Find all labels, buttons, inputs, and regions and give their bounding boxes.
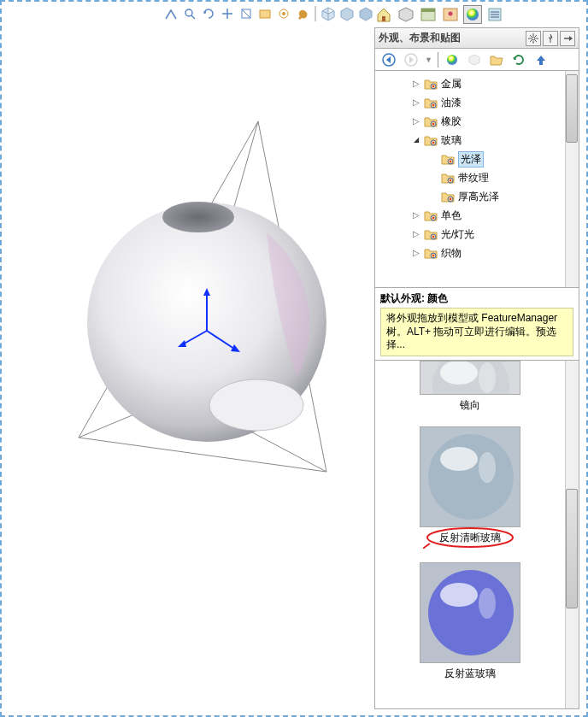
tree-item-7[interactable]: ▷单色 (377, 206, 577, 225)
tree-item-label: 织物 (441, 246, 462, 261)
tree-item-label: 单色 (441, 209, 462, 223)
svg-rect-10 (421, 9, 435, 12)
svg-point-72 (427, 528, 513, 547)
expander-icon[interactable]: ▷ (411, 117, 420, 126)
appearance-sphere-icon[interactable] (444, 51, 461, 68)
tree-item-2[interactable]: ▷橡胶 (377, 112, 577, 131)
svg-rect-5 (260, 10, 270, 18)
svg-line-33 (535, 40, 537, 42)
svg-rect-8 (382, 16, 385, 21)
pan-icon[interactable] (219, 5, 236, 22)
folder-icon (441, 191, 455, 203)
panel-tab-row (374, 5, 504, 24)
swatch-2[interactable]: 反射蓝玻璃 (420, 562, 520, 681)
scene-cube-icon[interactable] (466, 51, 483, 68)
expander-icon[interactable]: ▷ (411, 249, 420, 258)
status-bar: 默认外观: 颜色 将外观拖放到模型或 FeatureManager 树。ALT+… (375, 288, 579, 361)
zoom-area-icon[interactable] (181, 5, 198, 22)
svg-point-59 (432, 217, 434, 219)
home-icon[interactable] (374, 5, 393, 24)
back-button[interactable] (380, 51, 397, 68)
person-tab-icon[interactable] (441, 5, 460, 24)
swatch-preview (420, 426, 520, 527)
tree-item-1[interactable]: ▷油漆 (377, 93, 577, 112)
tree-item-label: 玻璃 (441, 133, 462, 148)
svg-point-19 (162, 202, 234, 232)
tree-item-8[interactable]: ▷光/灯光 (377, 225, 577, 244)
svg-point-12 (449, 12, 453, 16)
svg-point-53 (450, 161, 451, 162)
panel-header: 外观、布景和贴图 (375, 28, 579, 49)
display-style-icon[interactable] (256, 5, 273, 22)
tree-item-9[interactable]: ▷织物 (377, 244, 577, 262)
box1-icon[interactable] (320, 5, 337, 22)
tree-item-3[interactable]: ◢玻璃 (377, 131, 577, 150)
tree-scrollbar[interactable] (565, 71, 579, 287)
toolbar-separator (315, 6, 316, 21)
appearance-tree[interactable]: ▷金属▷油漆▷橡胶◢玻璃光泽带纹理厚高光泽▷单色▷光/灯光▷织物 (375, 71, 579, 288)
gallery-scroll-thumb[interactable] (566, 489, 578, 608)
3d-viewport[interactable] (10, 27, 369, 702)
folder-open-icon[interactable] (488, 51, 505, 68)
expander-icon[interactable]: ◢ (411, 136, 420, 145)
svg-point-69 (428, 434, 514, 520)
svg-point-67 (479, 362, 496, 393)
panel1-icon[interactable] (419, 5, 438, 24)
hide-show-icon[interactable] (275, 5, 292, 22)
svg-point-47 (432, 104, 434, 106)
folder-icon (424, 209, 438, 221)
tree-item-5[interactable]: 带纹理 (377, 168, 577, 187)
swatch-1[interactable]: 反射清晰玻璃 (420, 426, 520, 549)
folder-icon (441, 153, 455, 165)
tree-item-6[interactable]: 厚高光泽 (377, 187, 577, 206)
svg-point-7 (282, 12, 285, 15)
expander-icon[interactable]: ▷ (411, 79, 420, 89)
svg-point-57 (450, 198, 451, 200)
box2-icon[interactable] (338, 5, 356, 22)
expander-icon[interactable]: ▷ (411, 230, 420, 239)
svg-point-42 (447, 55, 457, 65)
wrench-icon[interactable] (294, 5, 311, 22)
expander-icon (428, 192, 438, 202)
refresh-icon[interactable] (510, 51, 527, 68)
box3-icon[interactable] (357, 5, 374, 22)
dropdown-arrow-icon[interactable]: ▼ (425, 56, 432, 64)
swatch-0[interactable]: 镜向 (420, 361, 520, 413)
default-appearance-label: 默认外观: 颜色 (380, 291, 573, 306)
expander-icon[interactable]: ▷ (411, 211, 420, 220)
appearance-tab-icon[interactable] (463, 5, 482, 24)
cube-tab-icon[interactable] (397, 5, 415, 24)
view-toolbar (162, 5, 374, 22)
forward-button[interactable] (403, 51, 420, 68)
svg-line-1 (191, 15, 195, 19)
folder-icon (441, 172, 455, 184)
folder-icon (424, 97, 438, 109)
tree-item-0[interactable]: ▷金属 (377, 74, 577, 93)
svg-point-71 (479, 452, 496, 483)
rotate-icon[interactable] (200, 5, 217, 22)
expander-icon (428, 155, 438, 164)
panel-title: 外观、布景和贴图 (379, 31, 461, 45)
gallery-scrollbar[interactable] (565, 361, 579, 708)
svg-point-63 (432, 255, 434, 256)
expander-icon (428, 173, 438, 183)
gear-icon[interactable] (526, 31, 541, 46)
list-tab-icon[interactable] (485, 5, 504, 24)
svg-point-55 (450, 179, 451, 181)
popout-icon[interactable] (560, 31, 575, 46)
section-icon[interactable] (238, 5, 255, 22)
appearance-gallery: 镜向反射清晰玻璃反射蓝玻璃 (375, 361, 579, 708)
nav-separator (438, 52, 438, 68)
svg-point-20 (209, 379, 303, 431)
tree-item-label: 光/灯光 (441, 227, 474, 242)
svg-point-70 (440, 447, 478, 471)
tree-scroll-thumb[interactable] (566, 74, 578, 143)
pin-icon[interactable] (543, 31, 558, 46)
zoom-fit-icon[interactable] (162, 5, 179, 22)
app-frame: 外观、布景和贴图 ▼ ▷金属▷油漆▷橡胶◢玻璃光泽带纹理厚高光泽▷单色▷光/灯光… (0, 0, 588, 717)
tree-item-4[interactable]: 光泽 (377, 150, 577, 168)
folder-icon (424, 115, 438, 127)
expander-icon[interactable]: ▷ (411, 98, 420, 108)
svg-marker-37 (569, 36, 573, 41)
up-level-icon[interactable] (532, 51, 550, 68)
